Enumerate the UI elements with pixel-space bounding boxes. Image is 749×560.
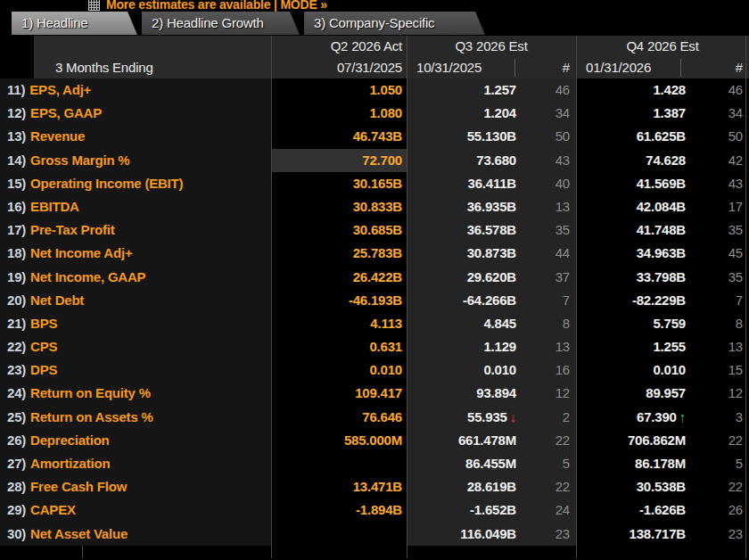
row-label[interactable]: 13) Revenue xyxy=(0,125,271,148)
cell-q3-estimate: 86.455M xyxy=(407,452,523,475)
row-label[interactable]: 29) CAPEX xyxy=(0,498,271,522)
table-row[interactable]: 19) Net Income, GAAP 26.422B 29.620B 37 … xyxy=(0,266,749,289)
tab-company-specific[interactable]: 3) Company-Specific xyxy=(304,12,485,35)
tab-headline-growth[interactable]: 2) Headline Growth xyxy=(142,12,300,35)
col-header-q3-est[interactable]: Q3 2026 Est xyxy=(407,36,576,57)
table-row[interactable]: 24) Return on Equity % 109.417 93.894 12… xyxy=(0,382,749,405)
row-label[interactable]: 11) EPS, Adj+ xyxy=(0,78,271,102)
table-row[interactable]: 22) CPS 0.631 1.129 13 1.255 13 xyxy=(0,335,749,358)
row-number: 26) xyxy=(7,429,26,452)
table-row[interactable]: 26) Depreciation 585.000M 661.478M 22 70… xyxy=(0,429,749,452)
row-label[interactable]: 24) Return on Equity % xyxy=(0,382,271,405)
cell-q4-estimate: 30.538B xyxy=(576,475,690,498)
cell-q2-actual: 72.700 xyxy=(271,149,407,172)
col-header-q4-est[interactable]: Q4 2026 Est xyxy=(576,36,749,57)
row-label[interactable]: 14) Gross Margin % xyxy=(0,149,271,172)
table-row[interactable]: 15) Operating Income (EBIT) 30.165B 36.4… xyxy=(0,172,749,195)
cell-q4-analyst-count: 34 xyxy=(690,102,749,125)
table-row[interactable]: 23) DPS 0.010 0.010 16 0.010 15 xyxy=(0,358,749,382)
row-label-text: Operating Income (EBIT) xyxy=(30,172,183,195)
table-row[interactable]: 18) Net Income Adj+ 25.783B 30.873B 44 3… xyxy=(0,242,749,265)
cell-q2-actual: 0.010 xyxy=(271,358,407,382)
table-row[interactable]: 17) Pre-Tax Profit 30.685B 36.578B 35 41… xyxy=(0,218,749,242)
table-row[interactable]: 11) EPS, Adj+ 1.050 1.257 46 1.428 46 xyxy=(0,78,749,102)
row-label[interactable]: 25) Return on Assets % xyxy=(0,406,271,429)
cell-q3-analyst-count: 35 xyxy=(523,218,576,242)
cell-q3-analyst-count: 50 xyxy=(523,125,576,148)
cell-q2-actual: 76.646 xyxy=(271,406,407,429)
cell-q3-analyst-count: 22 xyxy=(523,429,576,452)
row-label[interactable]: 19) Net Income, GAAP xyxy=(0,266,271,289)
row-label[interactable]: 16) EBITDA xyxy=(0,195,271,218)
header-subdivider xyxy=(514,59,515,77)
table-row[interactable]: 27) Amortization 86.455M 5 86.178M 5 xyxy=(0,452,749,475)
cell-q4-estimate: 61.625B xyxy=(576,125,690,148)
table-row[interactable]: 16) EBITDA 30.833B 36.935B 13 42.084B 17 xyxy=(0,195,749,218)
cell-q4-estimate: 41.748B xyxy=(576,218,690,242)
cell-q4-analyst-count: 12 xyxy=(690,382,749,405)
cell-q4-analyst-count: 45 xyxy=(690,242,749,265)
table-row[interactable]: 28) Free Cash Flow 13.471B 28.619B 22 30… xyxy=(0,475,749,498)
cell-q2-actual: 30.833B xyxy=(271,195,407,218)
row-label[interactable]: 27) Amortization xyxy=(0,452,271,475)
cell-q2-actual: 26.422B xyxy=(271,266,407,289)
table-row[interactable]: 14) Gross Margin % 72.700 73.680 43 74.6… xyxy=(0,149,749,172)
date-header-q4: 01/31/2026 xyxy=(576,57,690,78)
cell-q4-analyst-count: 26 xyxy=(690,498,749,522)
cell-q4-analyst-count: 7 xyxy=(690,289,749,312)
row-label[interactable]: 17) Pre-Tax Profit xyxy=(0,218,271,242)
cell-q4-analyst-count: 17 xyxy=(690,195,749,218)
table-row[interactable]: 12) EPS, GAAP 1.080 1.204 34 1.387 34 xyxy=(0,102,749,125)
table-row[interactable]: 29) CAPEX -1.894B -1.652B 24 -1.626B 26 xyxy=(0,498,749,522)
cell-q2-actual: 109.417 xyxy=(271,382,407,405)
more-estimates-link[interactable]: More estimates are available | MODE » xyxy=(106,0,327,12)
tab-headline[interactable]: 1) Headline xyxy=(12,12,137,35)
row-number: 30) xyxy=(7,523,26,546)
row-label[interactable]: 22) CPS xyxy=(0,335,271,358)
row-label-text: Net Income, GAAP xyxy=(30,266,145,289)
row-label[interactable]: 18) Net Income Adj+ xyxy=(0,242,271,265)
table-header-periods: Q2 2026 Act Q3 2026 Est Q4 2026 Est xyxy=(0,36,749,57)
cell-q3-estimate: 55.130B xyxy=(407,125,523,148)
table-row[interactable]: 21) BPS 4.113 4.845 8 5.759 8 xyxy=(0,312,749,335)
cell-q4-analyst-count: 35 xyxy=(690,218,749,242)
cell-q3-analyst-count: 44 xyxy=(523,242,576,265)
row-label[interactable]: 23) DPS xyxy=(0,358,271,382)
cell-q3-estimate: 36.935B xyxy=(407,195,523,218)
table-row[interactable]: 13) Revenue 46.743B 55.130B 50 61.625B 5… xyxy=(0,125,749,148)
row-number: 17) xyxy=(7,218,26,242)
row-label[interactable]: 28) Free Cash Flow xyxy=(0,475,271,498)
cell-q4-analyst-count: 13 xyxy=(690,335,749,358)
cell-q4-analyst-count: 35 xyxy=(690,266,749,289)
row-label[interactable]: 21) BPS xyxy=(0,312,271,335)
table-row[interactable]: 25) Return on Assets % 76.646 55.935↓ 2 … xyxy=(0,406,749,429)
date-header-q2: 07/31/2025 xyxy=(271,57,407,78)
cell-q2-actual: 4.113 xyxy=(271,312,407,335)
row-label[interactable]: 12) EPS, GAAP xyxy=(0,102,271,125)
col-header-q2-act[interactable]: Q2 2026 Act xyxy=(271,36,407,57)
cell-q3-analyst-count: 13 xyxy=(523,195,576,218)
tab-bar: 1) Headline 2) Headline Growth 3) Compan… xyxy=(0,12,749,35)
row-label[interactable]: 30) Net Asset Value xyxy=(0,523,271,546)
row-label-text: BPS xyxy=(30,312,57,335)
cell-q4-analyst-count: 46 xyxy=(690,78,749,102)
row-number: 19) xyxy=(7,266,26,289)
cell-q4-estimate: 89.957 xyxy=(576,382,690,405)
row-label-text: Gross Margin % xyxy=(30,149,129,172)
row-label[interactable]: 15) Operating Income (EBIT) xyxy=(0,172,271,195)
row-label[interactable]: 26) Depreciation xyxy=(0,429,271,452)
cell-q3-analyst-count: 46 xyxy=(523,78,576,102)
cell-q3-analyst-count: 13 xyxy=(523,335,576,358)
table-row[interactable]: 30) Net Asset Value 116.049B 23 138.717B… xyxy=(0,523,749,546)
row-number: 25) xyxy=(7,406,26,429)
bloomberg-mode-estimates-screen: More estimates are available | MODE » 1)… xyxy=(0,0,749,560)
cell-q4-estimate: 1.255 xyxy=(576,335,690,358)
column-divider xyxy=(407,36,407,558)
cell-q3-analyst-count: 16 xyxy=(523,358,576,382)
row-header-months-ending: 3 Months Ending xyxy=(0,57,271,78)
cell-q2-actual: -46.193B xyxy=(271,289,407,312)
table-header-dates: 3 Months Ending 07/31/2025 10/31/2025 # … xyxy=(0,57,749,78)
row-label-text: DPS xyxy=(30,358,57,382)
row-label[interactable]: 20) Net Debt xyxy=(0,289,271,312)
table-row[interactable]: 20) Net Debt -46.193B -64.266B 7 -82.229… xyxy=(0,289,749,312)
